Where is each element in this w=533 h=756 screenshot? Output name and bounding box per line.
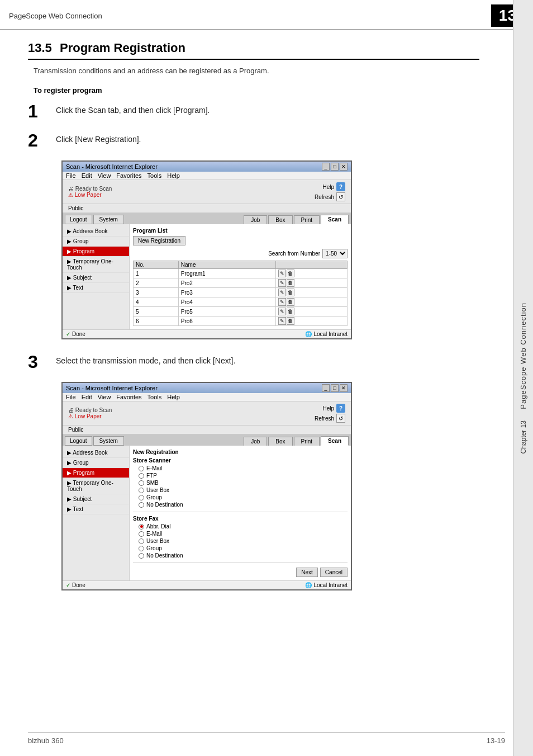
radio-group[interactable]: Group — [133, 494, 348, 501]
menu-help[interactable]: Help — [167, 172, 180, 179]
store-scanner-title: Store Scanner — [133, 457, 348, 464]
browser2-menubar: File Edit View Favorites Tools Help — [63, 393, 351, 401]
help-button-2[interactable]: Help ? — [322, 404, 345, 413]
tab-print[interactable]: Print — [294, 215, 320, 224]
radio-fax-userbox[interactable]: User Box — [133, 537, 348, 545]
radio-fax-no-dest[interactable]: No Destination — [133, 552, 348, 559]
tab2-box[interactable]: Box — [268, 437, 292, 446]
delete-button[interactable]: 🗑 — [287, 289, 294, 296]
radio-no-dest[interactable]: No Destination — [133, 501, 348, 508]
delete-button[interactable]: 🗑 — [287, 279, 294, 287]
menu2-favorites[interactable]: Favorites — [116, 394, 141, 400]
radio-smb[interactable]: SMB — [133, 479, 348, 486]
help-button[interactable]: Help ? — [322, 182, 345, 191]
menu2-tools[interactable]: Tools — [147, 394, 162, 400]
radio-fax-userbox-label: User Box — [146, 538, 169, 544]
minimize-btn-2[interactable]: _ — [322, 384, 330, 392]
menu2-edit[interactable]: Edit — [82, 394, 92, 400]
delete-button[interactable]: 🗑 — [287, 308, 294, 315]
close-btn-2[interactable]: ✕ — [340, 384, 348, 392]
search-select[interactable]: 1-50 — [322, 249, 348, 258]
edit-button[interactable]: ✎ — [278, 270, 286, 277]
cancel-button[interactable]: Cancel — [320, 568, 348, 577]
browser1-buttons: _ □ ✕ — [322, 163, 348, 171]
menu2-view[interactable]: View — [98, 394, 111, 400]
sidebar-subject[interactable]: ▶ Subject — [63, 273, 129, 283]
radio-smb-dot — [139, 480, 144, 486]
step-3-text: Select the transmission mode, and then c… — [56, 356, 235, 365]
delete-button[interactable]: 🗑 — [287, 298, 294, 306]
sidebar2-program[interactable]: ▶ Program — [63, 468, 129, 478]
table-row: 5Pro5✎🗑 — [134, 307, 348, 316]
tab2-scan[interactable]: Scan — [321, 436, 349, 446]
refresh-button[interactable]: Refresh ↺ — [315, 192, 345, 201]
cell-no: 5 — [134, 307, 179, 316]
cell-no: 1 — [134, 269, 179, 278]
edit-button[interactable]: ✎ — [278, 298, 286, 306]
tab2-print[interactable]: Print — [294, 437, 320, 446]
maximize-btn-2[interactable]: □ — [331, 384, 339, 392]
sidebar2-subject[interactable]: ▶ Subject — [63, 494, 129, 504]
logout-button[interactable]: Logout — [65, 215, 92, 224]
edit-button[interactable]: ✎ — [278, 308, 286, 315]
radio-fax-group[interactable]: Group — [133, 545, 348, 552]
radio-smb-label: SMB — [146, 480, 159, 486]
refresh-button-2[interactable]: Refresh ↺ — [315, 414, 345, 423]
menu-edit[interactable]: Edit — [82, 172, 92, 179]
radio-email[interactable]: E-Mail — [133, 465, 348, 472]
browser1-nav-tabs: Logout System Job Box Print Scan — [63, 213, 351, 224]
next-button[interactable]: Next — [296, 568, 318, 577]
sidebar-address-book[interactable]: ▶ Address Book — [63, 226, 129, 237]
edit-button[interactable]: ✎ — [278, 289, 286, 296]
menu-favorites[interactable]: Favorites — [116, 172, 141, 179]
edit-button[interactable]: ✎ — [278, 317, 286, 325]
browser2-two-col: ▶ Address Book ▶ Group ▶ Program ▶ Tempo… — [63, 446, 351, 580]
minimize-btn[interactable]: _ — [322, 163, 330, 171]
sidebar-program[interactable]: ▶ Program — [63, 247, 129, 257]
sidebar2-group[interactable]: ▶ Group — [63, 458, 129, 468]
logout-button-2[interactable]: Logout — [65, 436, 92, 446]
browser2-title: Scan - Microsoft Internet Explorer — [66, 385, 158, 391]
tab-job[interactable]: Job — [244, 215, 267, 224]
menu2-file[interactable]: File — [66, 394, 76, 400]
radio-fax-email[interactable]: E-Mail — [133, 530, 348, 537]
sidebar2-text[interactable]: ▶ Text — [63, 504, 129, 514]
maximize-btn[interactable]: □ — [331, 163, 339, 171]
tab2-job[interactable]: Job — [244, 437, 267, 446]
sidebar-group[interactable]: ▶ Group — [63, 237, 129, 247]
system-button-2[interactable]: System — [93, 436, 124, 446]
sidebar2-address-book[interactable]: ▶ Address Book — [63, 448, 129, 458]
radio-userbox-dot — [139, 488, 144, 493]
sidebar2-temporary-one-touch[interactable]: ▶ Temporary One-Touch — [63, 478, 129, 494]
sidebar-text[interactable]: ▶ Text — [63, 283, 129, 293]
radio-userbox[interactable]: User Box — [133, 486, 348, 494]
browser1-main-area: Program List New Registration Search fro… — [130, 224, 351, 329]
cell-no: 3 — [134, 288, 179, 297]
menu-view[interactable]: View — [98, 172, 111, 179]
cell-name: Program1 — [178, 269, 275, 278]
system-button[interactable]: System — [93, 215, 124, 224]
menu-file[interactable]: File — [66, 172, 76, 179]
step-1-number: 1 — [28, 102, 56, 120]
radio-fax-abbr[interactable]: Abbr. Dial — [133, 523, 348, 530]
browser2-main-area: New Registration Store Scanner E-Mail FT… — [130, 446, 351, 580]
table-row: 3Pro3✎🗑 — [134, 288, 348, 297]
tab-scan[interactable]: Scan — [321, 215, 349, 224]
cell-actions: ✎🗑 — [275, 288, 347, 297]
status-area-2: 🖨 Ready to Scan ⚠ Low Paper — [68, 407, 112, 419]
browser-window-1: Scan - Microsoft Internet Explorer _ □ ✕… — [61, 160, 352, 339]
help-refresh-area: Help ? Refresh ↺ — [315, 182, 345, 201]
tab-box[interactable]: Box — [268, 215, 292, 224]
cell-actions: ✎🗑 — [275, 297, 347, 307]
intranet-badge-2: 🌐 Local Intranet — [305, 582, 348, 588]
radio-ftp[interactable]: FTP — [133, 472, 348, 479]
delete-button[interactable]: 🗑 — [287, 270, 294, 277]
new-registration-button[interactable]: New Registration — [133, 236, 185, 245]
edit-button[interactable]: ✎ — [278, 279, 286, 287]
close-btn[interactable]: ✕ — [340, 163, 348, 171]
sidebar-temporary-one-touch[interactable]: ▶ Temporary One-Touch — [63, 257, 129, 273]
menu-tools[interactable]: Tools — [147, 172, 162, 179]
delete-button[interactable]: 🗑 — [287, 317, 294, 325]
help-icon-2: ? — [336, 404, 345, 413]
menu2-help[interactable]: Help — [167, 394, 180, 400]
